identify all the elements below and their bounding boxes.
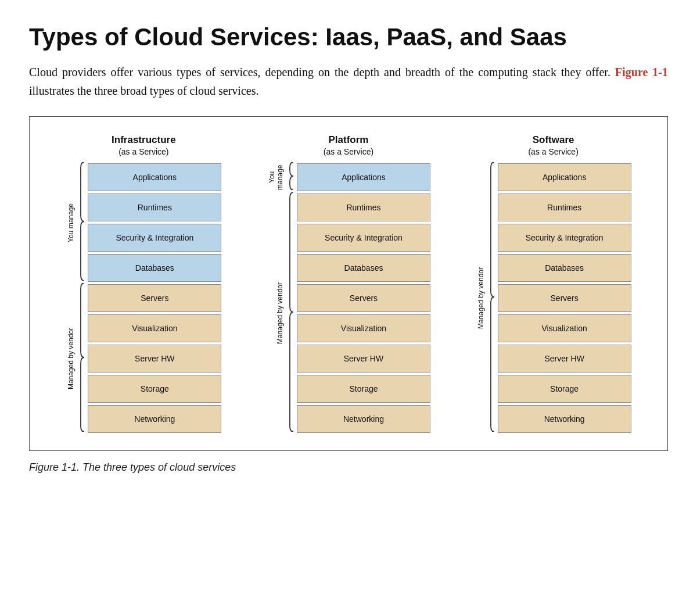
box-saas-3: Databases xyxy=(498,254,631,282)
column-subtitle-saas: (as a Service) xyxy=(528,147,578,156)
figure-caption: Figure 1-1. The three types of cloud ser… xyxy=(29,461,668,474)
box-paas-8: Networking xyxy=(297,405,430,433)
box-iaas-6: Server HW xyxy=(88,345,221,373)
box-saas-1: Runtimes xyxy=(498,194,631,221)
box-iaas-3: Databases xyxy=(88,254,221,282)
intro-text-before: Cloud providers offer various types of s… xyxy=(29,66,615,78)
diagram-columns: Infrastructure(as a Service)You manage M… xyxy=(41,134,656,433)
column-title-paas: Platform xyxy=(329,134,369,146)
box-saas-8: Networking xyxy=(498,405,631,433)
column-title-saas: Software xyxy=(533,134,574,146)
column-iaas: Infrastructure(as a Service)You manage M… xyxy=(53,134,233,433)
column-saas: Software(as a Service)Managed by vendor … xyxy=(464,134,644,433)
box-iaas-4: Servers xyxy=(88,284,221,312)
box-saas-4: Servers xyxy=(498,284,631,312)
diagram-figure: Infrastructure(as a Service)You manage M… xyxy=(29,116,668,451)
box-paas-1: Runtimes xyxy=(297,194,430,221)
intro-text-after: illustrates the three broad types of clo… xyxy=(29,84,258,97)
managed-by-vendor-label-paas: Managed by vendor xyxy=(275,282,284,344)
you-manage-label-iaas: You manage xyxy=(66,203,75,242)
page-title: Types of Cloud Services: Iaas, PaaS, and… xyxy=(29,23,668,51)
box-paas-7: Storage xyxy=(297,375,430,403)
figure-reference: Figure 1-1 xyxy=(615,66,668,78)
box-iaas-8: Networking xyxy=(88,405,221,433)
box-saas-0: Applications xyxy=(498,163,631,191)
column-paas: Platform(as a Service)You manage Managed… xyxy=(258,134,439,433)
managed-by-vendor-label-saas: Managed by vendor xyxy=(476,267,485,329)
box-saas-6: Server HW xyxy=(498,345,631,373)
box-saas-2: Security & Integration xyxy=(498,224,631,252)
managed-by-vendor-label-iaas: Managed by vendor xyxy=(66,328,75,389)
box-saas-5: Visualization xyxy=(498,314,631,342)
box-paas-3: Databases xyxy=(297,254,430,282)
box-iaas-5: Visualization xyxy=(88,314,221,342)
box-iaas-1: Runtimes xyxy=(88,194,221,221)
column-subtitle-iaas: (as a Service) xyxy=(118,147,168,156)
box-iaas-0: Applications xyxy=(88,163,221,191)
box-saas-7: Storage xyxy=(498,375,631,403)
box-iaas-2: Security & Integration xyxy=(88,224,221,252)
you-manage-label-paas: You manage xyxy=(267,163,284,191)
intro-paragraph: Cloud providers offer various types of s… xyxy=(29,63,668,100)
column-title-iaas: Infrastructure xyxy=(112,134,176,146)
box-iaas-7: Storage xyxy=(88,375,221,403)
box-paas-6: Server HW xyxy=(297,345,430,373)
stack-paas: ApplicationsRuntimesSecurity & Integrati… xyxy=(297,163,430,433)
box-paas-0: Applications xyxy=(297,163,430,191)
box-paas-5: Visualization xyxy=(297,314,430,342)
box-paas-2: Security & Integration xyxy=(297,224,430,252)
column-subtitle-paas: (as a Service) xyxy=(324,147,373,156)
stack-iaas: ApplicationsRuntimesSecurity & Integrati… xyxy=(88,163,221,433)
box-paas-4: Servers xyxy=(297,284,430,312)
stack-saas: ApplicationsRuntimesSecurity & Integrati… xyxy=(498,163,631,433)
